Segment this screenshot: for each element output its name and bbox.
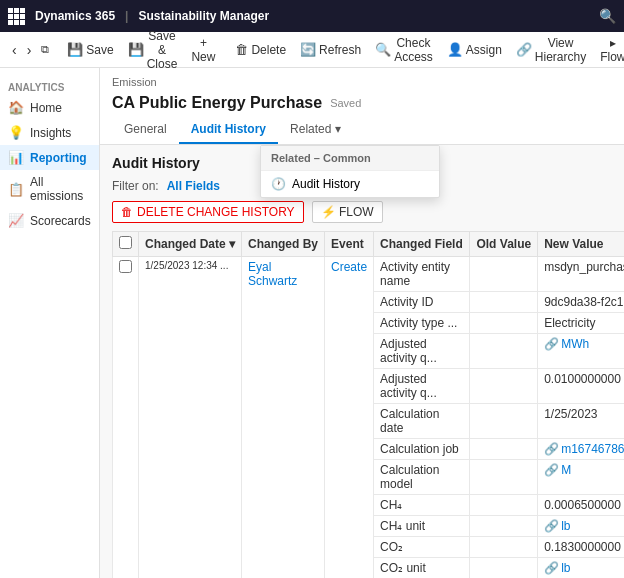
field-cell: Calculation date [374,404,470,439]
tab-related[interactable]: Related ▾ [278,116,353,144]
save-close-button[interactable]: 💾 Save & Close [122,26,184,74]
sidebar-item-reporting[interactable]: 📊 Reporting [0,145,99,170]
content-area: Audit History Related – Common 🕐 Audit H… [100,145,624,578]
event-link[interactable]: Create [331,260,367,274]
col-event[interactable]: Event [325,232,374,257]
check-access-button[interactable]: 🔍 Check Access [369,33,439,67]
changed-date-cell: 1/25/2023 12:34 ... [139,257,242,579]
sidebar: Analytics 🏠 Home 💡 Insights 📊 Reporting … [0,68,100,578]
old-value-cell [470,313,538,334]
new-value-cell: 1/25/2023 [538,404,624,439]
new-value-link[interactable]: M [561,463,571,477]
old-value-cell [470,516,538,537]
field-cell: CO₂ [374,537,470,558]
field-cell: Activity entity name [374,257,470,292]
col-old-value[interactable]: Old Value [470,232,538,257]
old-value-cell [470,460,538,495]
app-logo: Dynamics 365 | Sustainability Manager [8,8,269,25]
new-value-link[interactable]: lb [561,519,570,533]
record-link-icon: 🔗 [544,463,559,477]
field-cell: CO₂ unit [374,558,470,579]
save-button[interactable]: 💾 Save [61,39,119,60]
assign-button[interactable]: 👤 Assign [441,39,508,60]
new-value-cell: 0.0006500000 [538,495,624,516]
filter-value[interactable]: All Fields [167,179,220,193]
forward-button[interactable]: › [23,39,36,61]
col-changed-field[interactable]: Changed Field [374,232,470,257]
new-value-cell: 9dc9da38-f2c1-4bc6-d... [538,292,624,313]
flow-action-button[interactable]: ⚡ FLOW [312,201,383,223]
sidebar-reporting-label: Reporting [30,151,87,165]
sidebar-insights-label: Insights [30,126,71,140]
new-button[interactable]: + New [185,33,221,67]
event-cell: Create [325,257,374,579]
scorecards-icon: 📈 [8,213,24,228]
old-value-cell [470,257,538,292]
new-window-button[interactable]: ⧉ [37,40,53,59]
reporting-icon: 📊 [8,150,24,165]
saved-badge: Saved [330,97,361,109]
save-close-icon: 💾 [128,42,144,57]
old-value-cell [470,334,538,369]
waffle-icon[interactable] [8,8,25,25]
new-value-link[interactable]: lb [561,561,570,575]
col-changed-date[interactable]: Changed Date ▾ [139,232,242,257]
sidebar-home-label: Home [30,101,62,115]
new-value-cell: 🔗lb [538,558,624,579]
sidebar-item-home[interactable]: 🏠 Home [0,95,99,120]
new-value-cell: 🔗lb [538,516,624,537]
flow-button[interactable]: ▸ Flow [594,33,624,67]
back-button[interactable]: ‹ [8,39,21,61]
col-new-value[interactable]: New Value [538,232,624,257]
tab-general[interactable]: General [112,116,179,144]
toolbar: ‹ › ⧉ 💾 Save 💾 Save & Close + New 🗑 Dele… [0,32,624,68]
page-title: CA Public Energy Purchase [112,94,322,112]
page-title-row: CA Public Energy Purchase Saved [112,94,612,112]
related-dropdown: Related – Common 🕐 Audit History [260,145,440,198]
old-value-cell [470,369,538,404]
old-value-cell [470,439,538,460]
sidebar-scorecards-label: Scorecards [30,214,91,228]
new-value-link[interactable]: MWh [561,337,589,351]
check-access-icon: 🔍 [375,42,391,57]
filter-label: Filter on: [112,179,159,193]
page-header: Emission CA Public Energy Purchase Saved… [100,68,624,145]
module-separator: | [125,9,128,23]
layout: Analytics 🏠 Home 💡 Insights 📊 Reporting … [0,68,624,578]
new-value-cell: 0.1830000000 [538,537,624,558]
dropdown-header: Related – Common [261,146,439,171]
row-checkbox[interactable] [119,260,132,273]
old-value-cell [470,404,538,439]
record-link-icon: 🔗 [544,337,559,351]
record-link-icon: 🔗 [544,561,559,575]
col-changed-by[interactable]: Changed By [242,232,325,257]
field-cell: Adjusted activity q... [374,334,470,369]
emissions-icon: 📋 [8,182,24,197]
changed-by-link[interactable]: Eyal Schwartz [248,260,297,288]
view-hierarchy-button[interactable]: 🔗 View Hierarchy [510,33,592,67]
sidebar-item-scorecards[interactable]: 📈 Scorecards [0,208,99,233]
delete-history-button[interactable]: 🗑 DELETE CHANGE HISTORY [112,201,304,223]
tab-audit-history[interactable]: Audit History [179,116,278,144]
new-value-cell: msdyn_purchasedenergy [538,257,624,292]
old-value-cell [470,558,538,579]
refresh-button[interactable]: 🔄 Refresh [294,39,367,60]
hierarchy-icon: 🔗 [516,42,532,57]
old-value-cell [470,495,538,516]
old-value-cell [470,292,538,313]
field-cell: Calculation model [374,460,470,495]
dropdown-item-audit-history[interactable]: 🕐 Audit History [261,171,439,197]
new-value-link[interactable]: m16746786962358 [561,442,624,456]
field-cell: Calculation job [374,439,470,460]
sidebar-item-insights[interactable]: 💡 Insights [0,120,99,145]
field-cell: CH₄ [374,495,470,516]
main-content: Emission CA Public Energy Purchase Saved… [100,68,624,578]
delete-button[interactable]: 🗑 Delete [229,39,292,60]
sidebar-item-all-emissions[interactable]: 📋 All emissions [0,170,99,208]
top-bar: Dynamics 365 | Sustainability Manager 🔍 [0,0,624,32]
tab-bar: General Audit History Related ▾ [112,116,612,144]
select-all-checkbox[interactable] [119,236,132,249]
search-icon[interactable]: 🔍 [599,8,616,24]
sidebar-section-label: Analytics [0,76,99,95]
table-row: 1/25/2023 12:34 ...Eyal SchwartzCreateAc… [113,257,625,292]
